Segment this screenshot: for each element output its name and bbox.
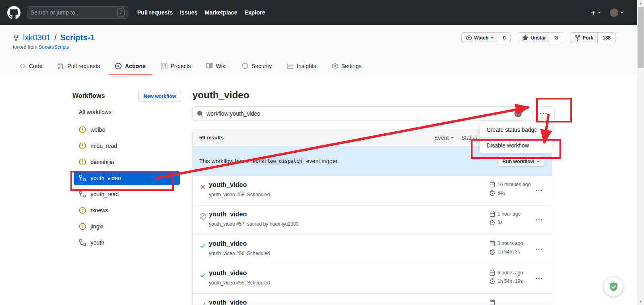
run-options-button[interactable]	[536, 217, 544, 223]
fork-button[interactable]: Fork	[570, 32, 598, 43]
run-row: youth_video youth_video #56: Scheduled 3…	[193, 235, 552, 264]
repo-header: lxk0301 / Scripts-1 forked from Sunert/S…	[0, 25, 637, 75]
menu-item-create-status-badge[interactable]: Create status badge	[480, 122, 552, 137]
run-title-link[interactable]: youth_video	[209, 240, 247, 247]
sidebar-item-label: midu_read	[91, 143, 117, 149]
tab-settings[interactable]: Settings	[325, 58, 368, 75]
run-options-button[interactable]	[536, 276, 544, 282]
new-workflow-button[interactable]: New workflow	[138, 91, 181, 102]
plus-icon: +	[591, 8, 596, 17]
scrollbar-thumb[interactable]	[638, 7, 644, 68]
sidebar-item-dianshijia[interactable]: dianshijia	[74, 154, 180, 170]
stopwatch-icon	[489, 220, 495, 225]
run-meta: 3 hours ago 1h 54m 3s	[489, 239, 523, 256]
global-search-input[interactable]	[31, 9, 115, 16]
run-subtitle: youth_video #58: Scheduled	[209, 192, 270, 197]
create-new-dropdown[interactable]: +	[591, 8, 601, 17]
status-filter-dropdown[interactable]: Status	[461, 135, 483, 141]
event-filter-dropdown[interactable]: Event	[434, 135, 454, 141]
tab-pull-requests[interactable]: Pull requests	[51, 58, 106, 75]
run-workflow-button[interactable]: Run workflow	[497, 156, 545, 167]
calendar-icon	[489, 241, 495, 246]
eye-icon	[466, 35, 472, 41]
tab-code[interactable]: Code	[13, 58, 49, 75]
shield-icon	[242, 63, 248, 69]
star-icon	[522, 35, 528, 41]
sidebar-item-youth[interactable]: youth	[74, 234, 180, 251]
repo-name-link[interactable]: Scripts-1	[60, 33, 95, 42]
sidebar-item-label: youth	[91, 239, 104, 246]
workflow-icon	[79, 191, 86, 197]
nav-explore[interactable]: Explore	[244, 9, 265, 16]
tab-actions[interactable]: Actions	[109, 58, 152, 75]
x-circle-icon	[514, 110, 522, 117]
sidebar-item-label: youth_read	[91, 191, 119, 197]
menu-item-disable-workflow[interactable]: Disable workflow	[480, 137, 552, 153]
tab-security[interactable]: Security	[235, 58, 279, 75]
status-filter-label: Status	[461, 135, 477, 141]
run-title-link[interactable]: youth_video	[209, 181, 247, 189]
nav-marketplace[interactable]: Marketplace	[205, 9, 237, 16]
run-when: 1 hour ago	[497, 211, 520, 217]
run-options-button[interactable]	[536, 246, 544, 253]
tab-label: Code	[29, 63, 42, 69]
tab-projects[interactable]: Projects	[155, 58, 198, 75]
nav-pull-requests[interactable]: Pull requests	[137, 9, 173, 16]
fork-source-link[interactable]: Sunert/Scripts	[39, 44, 69, 50]
run-title-link[interactable]: youth_video	[209, 270, 247, 277]
run-workflow-label: Run workflow	[502, 159, 534, 164]
scrollbar-down-icon[interactable]: ▼	[637, 298, 644, 305]
clear-filter-button[interactable]	[514, 110, 522, 117]
tab-wiki[interactable]: Wiki	[200, 58, 233, 75]
tab-label: Projects	[171, 63, 191, 69]
fork-note: forked from Sunert/Scripts	[13, 44, 69, 50]
run-title-link[interactable]: youth_video	[209, 211, 247, 218]
repo-owner-link[interactable]: lxk0301	[23, 33, 51, 42]
user-menu-dropdown[interactable]	[610, 8, 623, 17]
shield-check-icon	[608, 282, 619, 293]
github-logo-icon[interactable]	[7, 6, 21, 19]
calendar-icon	[489, 299, 495, 305]
fork-count[interactable]: 188	[598, 32, 616, 43]
kebab-horizontal-icon	[540, 110, 547, 117]
sidebar-item-youth-read[interactable]: youth_read	[74, 186, 180, 202]
nav-issues[interactable]: Issues	[180, 9, 198, 16]
unstar-button[interactable]: Unstar	[518, 32, 550, 43]
skip-icon	[200, 213, 206, 220]
tab-insights[interactable]: Insights	[281, 58, 322, 75]
calendar-icon	[489, 270, 495, 276]
sidebar-item-weibo[interactable]: weibo	[74, 122, 180, 138]
stopwatch-icon	[489, 249, 495, 255]
watch-count[interactable]: 0	[498, 32, 511, 43]
kebab-horizontal-icon	[536, 217, 542, 223]
alert-icon	[79, 159, 86, 165]
stopwatch-icon	[489, 190, 495, 196]
watch-button[interactable]: Watch	[461, 32, 498, 43]
sidebar-item-midu-read[interactable]: midu_read	[74, 138, 180, 154]
git-pull-request-icon	[58, 63, 64, 69]
run-meta	[489, 298, 495, 305]
check-icon	[200, 301, 206, 305]
results-count: 59 results	[199, 135, 224, 141]
runs-panel: 59 results Event Status This workflow ha…	[192, 129, 552, 305]
sidebar-item-youth-video[interactable]: youth_video	[74, 171, 180, 185]
scrollbar-up-icon[interactable]: ▲	[637, 0, 644, 7]
run-options-button[interactable]	[536, 187, 544, 194]
sidebar-item-txnews[interactable]: txnews	[74, 202, 180, 218]
run-duration: 1h 54m 3s	[497, 249, 520, 255]
star-count[interactable]: 8	[550, 32, 563, 43]
repo-tabs: Code Pull requests Actions Projects Wiki…	[13, 58, 368, 75]
run-meta: 1 hour ago 3s	[489, 210, 520, 226]
runs-filter-input[interactable]	[206, 110, 511, 117]
run-subtitle: youth_video #56: Scheduled	[209, 251, 270, 256]
sidebar-item-all-workflows[interactable]: All workflows	[79, 109, 111, 115]
workflow-options-menu: Create status badge Disable workflow	[480, 122, 552, 154]
browser-scrollbar[interactable]: ▲ ▼	[637, 0, 644, 305]
graph-icon	[287, 63, 293, 69]
calendar-icon	[489, 182, 495, 187]
runs-filter-box	[192, 106, 526, 120]
repo-title-separator: /	[54, 33, 57, 42]
adguard-shield-button[interactable]	[604, 277, 623, 297]
run-title-link[interactable]: youth_video	[209, 299, 247, 305]
sidebar-item-jingxi[interactable]: jingxi	[74, 218, 180, 234]
